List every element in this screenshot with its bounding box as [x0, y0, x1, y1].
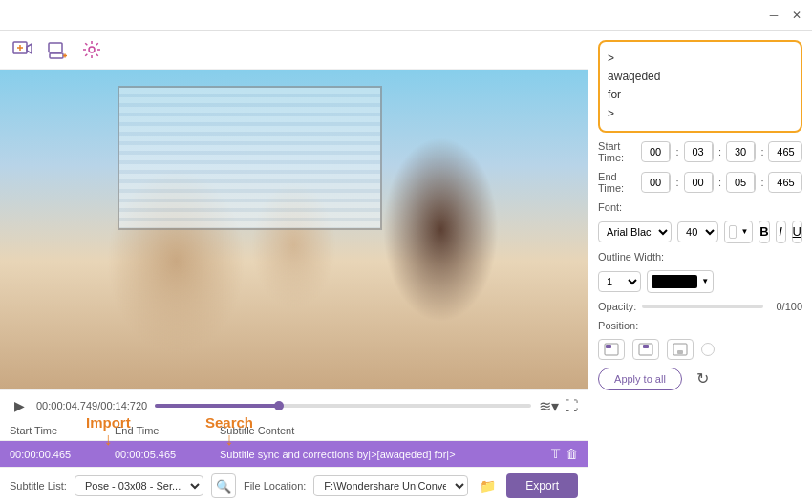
end-time-m-up[interactable]: ▲ [713, 173, 714, 182]
search-button[interactable]: 🔍 [211, 473, 236, 498]
row-end-time: 00:00:05.465 [115, 449, 220, 460]
end-time-ms[interactable] [769, 175, 801, 190]
add-subtitle-icon[interactable] [44, 36, 71, 63]
end-time-m-down[interactable]: ▼ [713, 182, 714, 192]
position-custom-circle[interactable] [701, 343, 715, 356]
start-time-h-down[interactable]: ▼ [670, 152, 671, 161]
opacity-slider[interactable] [642, 304, 763, 308]
outline-color-button[interactable]: ▼ [647, 270, 714, 293]
start-time-s-down[interactable]: ▼ [755, 152, 756, 161]
end-time-h-up[interactable]: ▲ [670, 173, 671, 182]
outline-width-select[interactable]: 1 2 3 [598, 271, 641, 292]
export-button[interactable]: Export [506, 473, 578, 498]
bold-button[interactable]: B [759, 220, 769, 243]
outline-color-chevron: ▼ [701, 277, 709, 285]
minimize-button[interactable]: ─ [766, 8, 781, 23]
end-time-h-spinner: ▲ ▼ [669, 173, 671, 192]
progress-track[interactable] [155, 404, 531, 408]
position-bottom-center-button[interactable] [667, 339, 694, 360]
row-content: Subtitle sync and corrections by|>[awaqe… [220, 449, 551, 460]
fullscreen-icon[interactable]: ⛶ [565, 398, 578, 413]
subtitle-editor[interactable]: > awaqeded for > [598, 40, 802, 133]
end-time-s-up[interactable]: ▲ [755, 173, 756, 182]
settings-icon[interactable] [78, 36, 105, 63]
svg-rect-11 [643, 345, 649, 348]
video-scene [0, 70, 588, 389]
position-top-center-button[interactable] [632, 339, 659, 360]
editor-line-1: > [608, 50, 793, 68]
end-time-s-field: ▲ ▼ [726, 172, 756, 193]
position-top-left-button[interactable] [598, 339, 625, 360]
waveform-icon: ≋▾ [539, 397, 559, 415]
end-time-s-down[interactable]: ▼ [755, 182, 756, 192]
italic-button[interactable]: I [776, 220, 786, 243]
position-row [598, 339, 802, 360]
video-window [118, 86, 382, 230]
timeline-right: ≋▾ ⛶ [539, 397, 578, 415]
right-panel: > awaqeded for > Start Time: ▲ ▼ : ▲ ▼ [588, 31, 812, 504]
folder-button[interactable]: 📁 [476, 474, 499, 497]
start-time-h-spinner: ▲ ▼ [669, 142, 671, 161]
refresh-button[interactable]: ↻ [692, 368, 715, 390]
file-path-wrapper: F:\Wondershare UniConverter 13\SubEdi... [313, 475, 468, 496]
bottom-bar: Subtitle List: Pose - 03x08 - Ser... 🔍 F… [0, 467, 588, 504]
start-time-m-field: ▲ ▼ [684, 141, 714, 162]
timeline-bar: ▶ 00:00:04.749/00:14:720 ≋▾ ⛶ [0, 389, 588, 421]
start-time-h[interactable] [642, 144, 669, 159]
col-start-time: Start Time [10, 425, 115, 436]
title-bar-controls: ─ ✕ [766, 8, 804, 23]
blinds [119, 88, 380, 228]
end-time-s-spinner: ▲ ▼ [754, 173, 756, 192]
start-time-m-down[interactable]: ▼ [713, 152, 714, 161]
table-row[interactable]: 00:00:00.465 00:00:05.465 Subtitle sync … [0, 441, 588, 467]
font-size-select[interactable]: 40 [677, 221, 718, 242]
font-color-chevron: ▼ [740, 227, 748, 236]
subtitle-list-label: Subtitle List: [10, 480, 67, 492]
start-time-ms[interactable] [769, 144, 801, 159]
start-time-s[interactable] [727, 144, 754, 159]
start-time-row: Start Time: ▲ ▼ : ▲ ▼ : ▲ [598, 140, 802, 163]
file-location-label: File Location: [244, 480, 306, 492]
end-time-h[interactable] [642, 175, 669, 190]
timeline-controls: ▶ 00:00:04.749/00:14:720 ≋▾ ⛶ [10, 396, 578, 415]
editor-line-3: for [608, 86, 793, 104]
start-time-label: Start Time: [598, 140, 637, 163]
font-color-button[interactable]: ▼ [724, 220, 753, 243]
apply-row: Apply to all ↻ [598, 368, 802, 390]
font-color-swatch [729, 225, 737, 239]
main-layout: ▶ 00:00:04.749/00:14:720 ≋▾ ⛶ Start Time… [0, 31, 812, 504]
end-time-s[interactable] [727, 175, 754, 190]
close-button[interactable]: ✕ [789, 8, 804, 23]
end-time-label: End Time: [598, 171, 637, 194]
apply-to-all-button[interactable]: Apply to all [598, 368, 682, 390]
start-time-s-field: ▲ ▼ [726, 141, 756, 162]
start-time-s-up[interactable]: ▲ [755, 142, 756, 152]
delete-icon[interactable]: 🗑 [566, 447, 578, 461]
toolbar [0, 31, 588, 70]
end-time-ms-spinner: ▲ ▼ [801, 173, 802, 192]
position-label: Position: [598, 320, 802, 331]
start-time-m-up[interactable]: ▲ [713, 142, 714, 152]
subtitle-list-select[interactable]: Pose - 03x08 - Ser... [75, 476, 203, 495]
end-time-m[interactable] [685, 175, 712, 190]
title-bar: ─ ✕ [0, 0, 812, 31]
start-time-h-up[interactable]: ▲ [670, 142, 671, 152]
underline-button[interactable]: U [792, 220, 802, 243]
outline-row: 1 2 3 ▼ [598, 270, 802, 293]
left-panel: ▶ 00:00:04.749/00:14:720 ≋▾ ⛶ Start Time… [0, 31, 588, 504]
file-path-select[interactable]: F:\Wondershare UniConverter 13\SubEdi... [314, 476, 467, 495]
progress-thumb [274, 401, 284, 410]
subtitle-table-header: Start Time End Time Subtitle Content [0, 421, 588, 441]
svg-rect-3 [49, 43, 62, 52]
end-time-h-down[interactable]: ▼ [670, 182, 671, 192]
end-time-ms-field: ▲ ▼ [768, 172, 802, 193]
outline-color-swatch [652, 275, 697, 288]
sync-icon[interactable]: 𝕋 [551, 447, 560, 461]
outline-width-label: Outline Width: [598, 251, 802, 262]
start-time-m[interactable] [685, 144, 712, 159]
font-family-select[interactable]: Arial Blac [598, 221, 672, 242]
col-content: Subtitle Content [220, 425, 578, 436]
play-button[interactable]: ▶ [10, 396, 29, 415]
add-video-icon[interactable] [10, 36, 36, 63]
editor-line-2: awaqeded [608, 68, 793, 86]
